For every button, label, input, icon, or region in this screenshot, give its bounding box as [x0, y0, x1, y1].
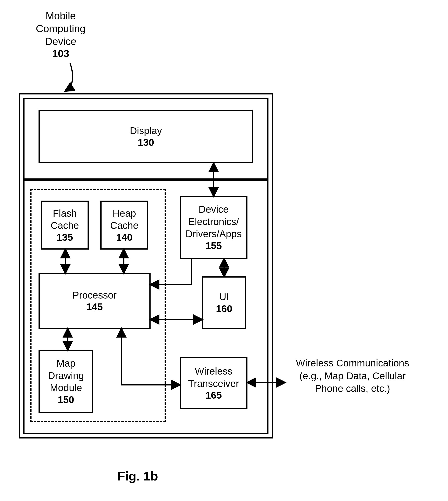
display-label: Display: [130, 125, 162, 137]
wireless-transceiver-label: Wireless Transceiver: [183, 365, 244, 390]
heap-cache-label: Heap Cache: [105, 207, 144, 232]
heap-cache-block: Heap Cache 140: [100, 201, 148, 250]
display-block: Display 130: [38, 110, 253, 163]
device-electronics-label: Device Electronics/ Drivers/Apps: [183, 203, 244, 240]
processor-ref: 145: [86, 301, 103, 313]
processor-block: Processor 145: [38, 273, 151, 329]
flash-cache-block: Flash Cache 135: [41, 201, 89, 250]
wireless-transceiver-block: Wireless Transceiver 165: [180, 357, 247, 409]
heap-cache-ref: 140: [116, 232, 132, 243]
figure-label: Fig. 1b: [0, 469, 275, 483]
wireless-comm-label: Wireless Communications (e.g., Map Data,…: [287, 357, 418, 395]
wireless-transceiver-ref: 165: [206, 390, 222, 401]
diagram-title-ref: 103: [30, 48, 91, 60]
display-ref: 130: [138, 137, 154, 148]
ui-ref: 160: [216, 303, 232, 314]
ui-label: UI: [219, 291, 229, 303]
diagram-title-label: Mobile Computing Device: [30, 9, 91, 48]
diagram-title: Mobile Computing Device 103: [30, 9, 91, 60]
map-module-label: Map Drawing Module: [43, 357, 89, 394]
map-module-block: Map Drawing Module 150: [38, 350, 93, 413]
processor-label: Processor: [72, 289, 116, 302]
diagram-canvas: Mobile Computing Device 103 Display 130 …: [0, 0, 448, 501]
ui-block: UI 160: [202, 276, 246, 329]
flash-cache-label: Flash Cache: [45, 207, 85, 232]
flash-cache-ref: 135: [57, 232, 73, 243]
device-electronics-block: Device Electronics/ Drivers/Apps 155: [180, 196, 247, 259]
map-module-ref: 150: [58, 394, 74, 405]
device-electronics-ref: 155: [206, 240, 222, 251]
